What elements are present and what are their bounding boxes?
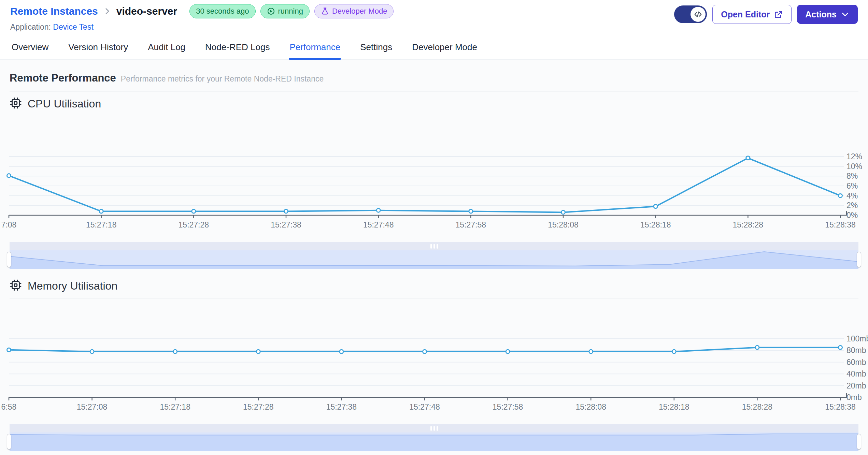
flask-icon	[321, 7, 329, 15]
actions-button[interactable]: Actions	[797, 5, 858, 24]
svg-text:15:27:38: 15:27:38	[326, 402, 357, 411]
last-seen-badge: 30 seconds ago	[189, 4, 255, 18]
svg-text:15:28:28: 15:28:28	[742, 402, 773, 411]
svg-text:15:28:38: 15:28:38	[825, 220, 856, 229]
svg-text:15:27:18: 15:27:18	[86, 220, 117, 229]
svg-text:12%: 12%	[846, 152, 862, 161]
svg-text:0%: 0%	[846, 211, 858, 220]
svg-text:7:08: 7:08	[1, 220, 17, 229]
svg-text:0mb: 0mb	[846, 393, 862, 402]
tab-performance[interactable]: Performance	[289, 36, 341, 59]
svg-text:8%: 8%	[846, 172, 858, 180]
svg-text:20mb: 20mb	[846, 381, 866, 390]
svg-text:15:28:08: 15:28:08	[575, 402, 606, 411]
svg-text:15:27:58: 15:27:58	[493, 402, 523, 411]
svg-text:15:27:28: 15:27:28	[243, 402, 274, 411]
drag-grip-icon	[430, 244, 438, 249]
memory-chart: 0mb20mb40mb60mb80mb100mb6:5815:27:0815:2…	[0, 327, 868, 412]
developer-mode-toggle[interactable]	[674, 5, 707, 23]
external-link-icon	[774, 10, 783, 19]
application-row: Application: Device Test	[10, 23, 394, 32]
memory-section: Memory Utilisation 0mb20mb40mb60mb80mb10…	[10, 274, 858, 451]
svg-text:40mb: 40mb	[846, 369, 866, 378]
cpu-chip-icon	[10, 97, 22, 111]
svg-text:15:28:28: 15:28:28	[733, 220, 764, 229]
instance-name: video-server	[116, 5, 177, 17]
breadcrumb: Remote Instances video-server 30 seconds…	[10, 4, 394, 18]
cpu-brush-minichart	[10, 250, 858, 269]
svg-text:6%: 6%	[846, 181, 858, 190]
cpu-brush-handle-right[interactable]	[857, 252, 861, 267]
tab-settings[interactable]: Settings	[359, 36, 393, 59]
code-icon	[691, 7, 706, 22]
svg-text:6:58: 6:58	[1, 402, 17, 411]
page-subtitle: Performance metrics for your Remote Node…	[121, 74, 324, 84]
memory-chip-icon	[10, 279, 22, 293]
svg-text:15:27:48: 15:27:48	[409, 402, 440, 411]
chevron-down-icon	[841, 10, 850, 19]
application-link[interactable]: Device Test	[53, 23, 93, 31]
cpu-section-title: CPU Utilisation	[28, 98, 101, 110]
svg-text:15:27:18: 15:27:18	[160, 402, 190, 411]
svg-text:15:28:08: 15:28:08	[548, 220, 579, 229]
performance-page: Remote Performance Performance metrics f…	[0, 60, 868, 455]
instance-tabs: OverviewVersion HistoryAudit LogNode-RED…	[0, 36, 868, 60]
memory-section-title: Memory Utilisation	[28, 280, 117, 292]
memory-brush-minichart	[10, 432, 858, 451]
memory-brush-handle-left[interactable]	[7, 434, 11, 450]
svg-text:15:27:28: 15:27:28	[179, 220, 209, 229]
cpu-chart: 0%2%4%6%8%10%12%7:0815:27:1815:27:2815:2…	[0, 145, 868, 230]
breadcrumb-parent-link[interactable]: Remote Instances	[10, 5, 98, 17]
page-title: Remote Performance	[10, 72, 116, 84]
play-circle-icon	[267, 7, 275, 15]
cpu-section: CPU Utilisation 0%2%4%6%8%10%12%7:0815:2…	[10, 91, 858, 269]
svg-text:15:27:08: 15:27:08	[77, 402, 108, 411]
tab-developer-mode[interactable]: Developer Mode	[411, 36, 478, 59]
svg-text:15:28:38: 15:28:38	[825, 402, 856, 411]
memory-brush-drag-bar[interactable]	[10, 424, 858, 432]
svg-text:2%: 2%	[846, 201, 858, 210]
svg-text:15:27:48: 15:27:48	[363, 220, 394, 229]
svg-text:4%: 4%	[846, 191, 858, 200]
cpu-brush-drag-bar[interactable]	[10, 242, 858, 250]
tab-overview[interactable]: Overview	[11, 36, 49, 59]
tab-audit-log[interactable]: Audit Log	[147, 36, 186, 59]
drag-grip-icon	[430, 426, 438, 431]
svg-text:10%: 10%	[846, 162, 862, 171]
cpu-brush[interactable]	[10, 242, 858, 269]
svg-text:15:28:18: 15:28:18	[640, 220, 671, 229]
status-badge: running	[260, 4, 310, 18]
svg-text:15:27:58: 15:27:58	[456, 220, 486, 229]
page-header: Remote Instances video-server 30 seconds…	[0, 0, 868, 32]
memory-brush[interactable]	[10, 424, 858, 451]
open-editor-button[interactable]: Open Editor	[712, 5, 792, 24]
chevron-right-icon	[103, 7, 112, 16]
tab-node-red-logs[interactable]: Node-RED Logs	[204, 36, 270, 59]
developer-mode-badge: Developer Mode	[314, 4, 394, 18]
cpu-brush-handle-left[interactable]	[7, 252, 11, 267]
svg-text:15:28:18: 15:28:18	[659, 402, 689, 411]
svg-text:100mb: 100mb	[846, 334, 868, 343]
tab-version-history[interactable]: Version History	[68, 36, 129, 59]
svg-text:80mb: 80mb	[846, 346, 866, 355]
svg-text:60mb: 60mb	[846, 358, 866, 367]
memory-brush-handle-right[interactable]	[857, 434, 861, 450]
svg-text:15:27:38: 15:27:38	[271, 220, 301, 229]
